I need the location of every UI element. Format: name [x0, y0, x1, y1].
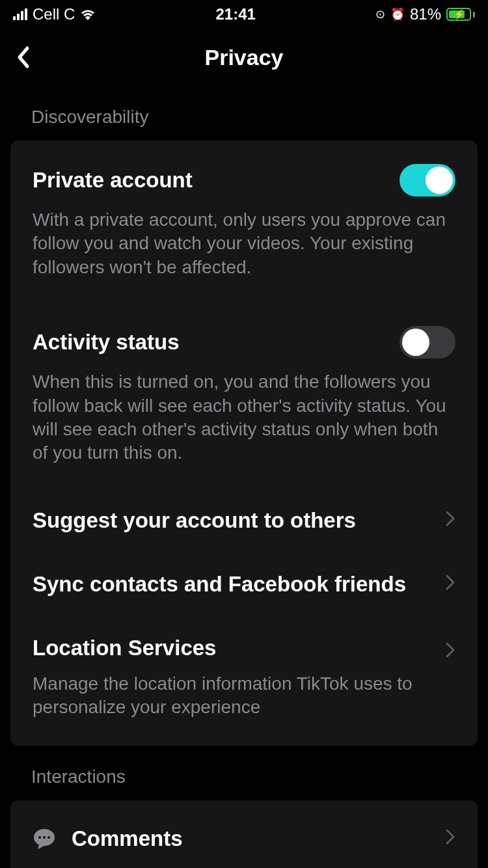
carrier-label: Cell C	[33, 5, 75, 23]
private-account-title: Private account	[33, 168, 386, 193]
content: Discoverability Private account With a p…	[0, 86, 488, 868]
svg-point-2	[43, 836, 46, 839]
private-account-toggle[interactable]	[400, 164, 455, 197]
signal-icon	[13, 8, 27, 20]
svg-point-1	[38, 836, 41, 839]
comments-row[interactable]: Comments	[10, 800, 478, 868]
interactions-card: Comments	[10, 800, 478, 868]
back-button[interactable]	[16, 46, 42, 69]
chevron-right-icon	[445, 573, 455, 595]
chevron-right-icon	[445, 509, 455, 532]
location-services-title: Location Services	[33, 636, 439, 660]
chevron-right-icon	[445, 828, 455, 850]
activity-status-title: Activity status	[33, 330, 386, 355]
private-account-row: Private account With a private account, …	[10, 141, 478, 303]
sync-contacts-title: Sync contacts and Facebook friends	[33, 572, 439, 597]
activity-status-row: Activity status When this is turned on, …	[10, 303, 478, 489]
chevron-right-icon	[445, 641, 455, 663]
discoverability-card: Private account With a private account, …	[10, 141, 478, 746]
comment-icon	[33, 827, 56, 850]
alarm-icon: ⏰	[390, 7, 405, 21]
location-services-row[interactable]: Location Services Manage the location in…	[10, 616, 478, 746]
wifi-icon	[80, 8, 96, 20]
status-left: Cell C	[13, 5, 96, 23]
svg-point-3	[47, 836, 50, 839]
battery-percent: 81%	[410, 5, 441, 23]
activity-status-description: When this is turned on, you and the foll…	[33, 370, 455, 465]
section-header-interactions: Interactions	[10, 746, 478, 800]
rotation-lock-icon: ⊙	[375, 7, 385, 21]
section-header-discoverability: Discoverability	[10, 86, 478, 141]
status-right: ⊙ ⏰ 81% ⚡	[375, 5, 475, 23]
suggest-account-row[interactable]: Suggest your account to others	[10, 489, 478, 552]
status-bar: Cell C 21:41 ⊙ ⏰ 81% ⚡	[0, 0, 488, 29]
location-services-description: Manage the location information TikTok u…	[33, 672, 439, 720]
battery-icon: ⚡	[446, 8, 475, 21]
suggest-account-title: Suggest your account to others	[33, 508, 439, 533]
activity-status-toggle[interactable]	[400, 326, 455, 359]
page-title: Privacy	[205, 45, 284, 70]
private-account-description: With a private account, only users you a…	[33, 208, 455, 279]
nav-header: Privacy	[0, 29, 488, 86]
comments-title: Comments	[72, 826, 439, 851]
sync-contacts-row[interactable]: Sync contacts and Facebook friends	[10, 552, 478, 616]
status-time: 21:41	[215, 5, 255, 23]
